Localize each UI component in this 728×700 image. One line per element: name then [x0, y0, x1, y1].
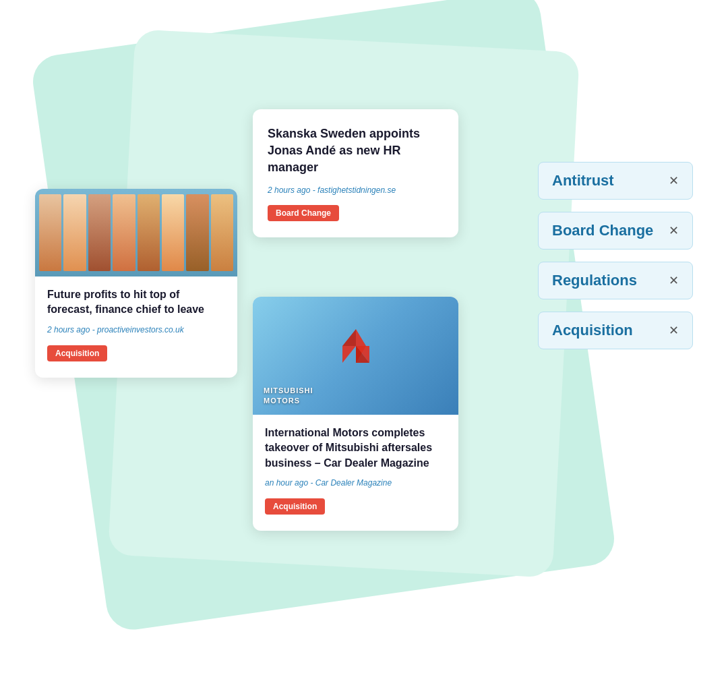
tag-acquisition-mitsubishi[interactable]: Acquisition [265, 498, 325, 515]
svg-marker-3 [342, 346, 356, 363]
tag-board-change-skanska[interactable]: Board Change [268, 205, 339, 221]
card-title-skanska: Skanska Sweden appoints Jonas Andé as ne… [268, 125, 444, 177]
card-title-mitsubishi: International Motors completes takeover … [265, 426, 446, 471]
magazine-6 [162, 194, 184, 271]
scene: Future profits to hit top of forecast, f… [0, 0, 728, 700]
svg-marker-0 [356, 329, 366, 346]
card-image-mitsubishi: MITSUBISHI MOTORS [253, 297, 458, 415]
magazine-4 [113, 194, 135, 271]
card-image-magazine [35, 189, 237, 276]
filter-tags-area: Antitrust ✕ Board Change ✕ Regulations ✕… [538, 162, 693, 349]
filter-tag-close-acquisition[interactable]: ✕ [669, 323, 679, 338]
filter-tag-label-acquisition: Acquisition [552, 322, 633, 339]
magazine-1 [39, 194, 61, 271]
filter-tag-regulations[interactable]: Regulations ✕ [538, 262, 693, 299]
mitsubishi-logo-svg [326, 326, 386, 386]
filter-tag-antitrust[interactable]: Antitrust ✕ [538, 162, 693, 200]
cards-area: Future profits to hit top of forecast, f… [0, 0, 728, 700]
card-body-left: Future profits to hit top of forecast, f… [35, 276, 237, 361]
filter-tag-close-board-change[interactable]: ✕ [669, 223, 679, 238]
filter-tag-acquisition[interactable]: Acquisition ✕ [538, 312, 693, 349]
card-meta-left: 2 hours ago - proactiveinvestors.co.uk [47, 324, 225, 336]
card-skanska[interactable]: Skanska Sweden appoints Jonas Andé as ne… [253, 109, 458, 237]
tag-acquisition-left[interactable]: Acquisition [47, 345, 107, 361]
card-mitsubishi[interactable]: MITSUBISHI MOTORS International Motors c… [253, 297, 458, 531]
filter-tag-close-regulations[interactable]: ✕ [669, 273, 679, 288]
card-body-mitsubishi: International Motors completes takeover … [253, 415, 458, 515]
magazine-8 [211, 194, 233, 271]
mitsubishi-line2: MOTORS [264, 396, 313, 405]
svg-marker-2 [342, 329, 356, 346]
magazine-rack [35, 189, 237, 276]
card-title-left: Future profits to hit top of forecast, f… [47, 287, 225, 318]
magazine-2 [63, 194, 86, 271]
filter-tag-label-regulations: Regulations [552, 272, 637, 289]
card-meta-skanska: 2 hours ago - fastighetstidningen.se [268, 185, 444, 196]
mitsubishi-brand-text: MITSUBISHI MOTORS [264, 386, 313, 405]
magazine-3 [88, 194, 111, 271]
filter-tag-close-antitrust[interactable]: ✕ [669, 173, 679, 188]
magazine-5 [138, 194, 160, 271]
card-meta-mitsubishi: an hour ago - Car Dealer Magazine [265, 477, 446, 489]
filter-tag-board-change[interactable]: Board Change ✕ [538, 212, 693, 250]
card-finance-chief[interactable]: Future profits to hit top of forecast, f… [35, 189, 237, 378]
magazine-7 [186, 194, 208, 271]
filter-tag-label-board-change: Board Change [552, 222, 653, 239]
filter-tag-label-antitrust: Antitrust [552, 172, 614, 189]
mitsubishi-line1: MITSUBISHI [264, 386, 313, 395]
